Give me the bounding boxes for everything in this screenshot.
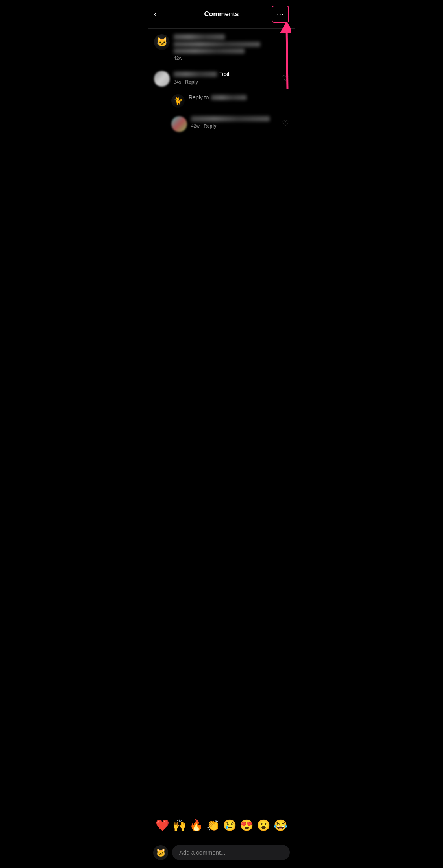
like-button[interactable]: ♡ — [282, 73, 289, 83]
comment-item: Test 34s Reply ♡ — [148, 65, 295, 91]
avatar — [154, 71, 170, 87]
comment-meta: 42w Reply — [191, 123, 289, 129]
comment-meta: 42w — [174, 56, 289, 61]
reply-button[interactable]: Reply — [204, 123, 217, 129]
comment-time: 42w — [174, 56, 182, 61]
reply-to-text: Reply to — [189, 94, 289, 100]
comment-text-blurred-2 — [174, 48, 245, 54]
like-button[interactable]: ♡ — [282, 119, 289, 128]
comment-time: 42w — [191, 123, 200, 129]
header: ‹ Comments ··· — [148, 0, 295, 29]
comment-content: 42w — [174, 34, 289, 61]
reply-button[interactable]: Reply — [185, 79, 198, 85]
comment-text-visible: Test — [219, 71, 230, 77]
comment-item: 42w Reply ♡ — [148, 111, 295, 136]
comment-content: Reply to — [189, 94, 289, 100]
avatar-small — [171, 94, 185, 108]
username-blurred — [174, 72, 217, 77]
page-title: Comments — [204, 10, 239, 18]
comment-content: 42w Reply — [191, 116, 289, 129]
comment-text: Test — [174, 71, 289, 77]
comment-content: Test 34s Reply — [174, 71, 289, 85]
comments-list: 42w Test 34s Reply ♡ — [148, 29, 295, 136]
page-container: ‹ Comments ··· 42w — [148, 0, 295, 289]
reply-to-username-blurred — [211, 95, 247, 100]
comment-text-blurred — [191, 116, 270, 121]
comment-item: 42w — [148, 29, 295, 65]
username-blurred — [174, 34, 225, 40]
avatar — [171, 116, 187, 132]
reply-to-label: Reply to — [189, 94, 209, 100]
avatar — [154, 34, 170, 50]
comment-meta: 34s Reply — [174, 79, 289, 85]
reply-input-row: Reply to — [148, 91, 295, 111]
more-options-button[interactable]: ··· — [272, 6, 289, 23]
comment-time: 34s — [174, 79, 181, 85]
comment-text-blurred — [174, 42, 260, 47]
more-dots-icon: ··· — [277, 10, 284, 19]
back-button[interactable]: ‹ — [154, 9, 167, 19]
